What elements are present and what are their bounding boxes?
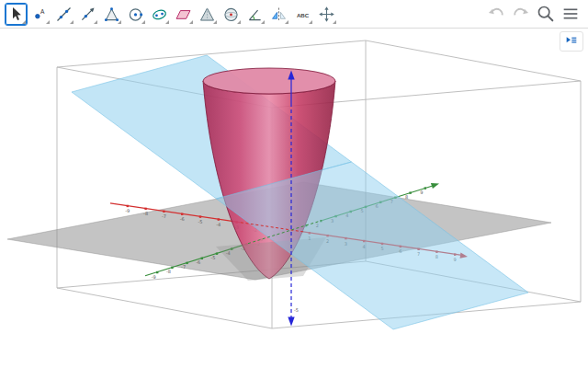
menu-icon <box>560 4 581 24</box>
tool-group-arrow-icon <box>285 20 288 24</box>
axis-tick <box>163 211 164 213</box>
tool-group-arrow-icon <box>333 20 336 24</box>
undo-button[interactable] <box>485 3 507 25</box>
tool-move-view[interactable] <box>315 3 338 26</box>
tool-group-arrow-icon <box>309 20 312 24</box>
redo-icon <box>511 4 531 24</box>
undo-icon <box>486 4 506 24</box>
tool-reflect[interactable] <box>267 3 290 26</box>
axis-tick <box>199 215 201 217</box>
axis-tick-label: -7 <box>162 213 166 219</box>
tool-group-arrow-icon <box>70 20 74 24</box>
paraboloid-rim[interactable] <box>203 68 335 94</box>
geogebra-3d-app: -9-8-7-6-5-4-3-2-1123456789 -9-8-7-6-5-4… <box>0 0 588 368</box>
tool-angle[interactable] <box>243 3 266 26</box>
magnifier-icon <box>536 4 556 24</box>
axis-tick <box>127 205 129 207</box>
axis-tick <box>218 218 220 220</box>
y-axis-arrow <box>431 183 439 189</box>
toolbar: A <box>0 0 588 29</box>
axis-tick-label: 9 <box>420 190 423 195</box>
axis-tick <box>156 271 158 273</box>
axis-tick-label: -5 <box>198 219 203 224</box>
axis-tick <box>409 191 411 193</box>
tool-group-arrow-icon <box>141 20 145 24</box>
axis-tick <box>186 262 187 264</box>
tool-line[interactable] <box>52 3 75 26</box>
point-icon-letter: A <box>40 8 45 15</box>
tool-conic[interactable] <box>148 3 171 26</box>
tool-circle[interactable] <box>124 3 147 26</box>
tool-group-arrow-icon <box>237 20 241 24</box>
tool-group-arrow-icon <box>261 20 265 24</box>
tool-point[interactable]: A <box>28 3 51 26</box>
text-icon-label: ABC <box>297 11 310 17</box>
axis-tick-label: -6 <box>196 259 200 265</box>
tool-pyramid[interactable] <box>196 3 219 26</box>
z-axis-tick-label: -5 <box>294 307 299 313</box>
axis-tick <box>171 267 173 269</box>
z-axis-arrow-down <box>288 317 294 327</box>
tool-group-arrow-icon <box>118 20 121 24</box>
tool-group-arrow-icon <box>22 20 26 24</box>
tool-text[interactable]: ABC <box>291 3 314 26</box>
axis-tick <box>181 213 183 215</box>
zoom-button[interactable] <box>535 3 557 25</box>
3d-graphics-view[interactable]: -9-8-7-6-5-4-3-2-1123456789 -9-8-7-6-5-4… <box>0 0 588 368</box>
axis-tick-label: -6 <box>180 216 185 222</box>
axis-tick-label: -5 <box>211 255 216 260</box>
tool-sphere[interactable] <box>220 3 243 26</box>
axis-tick-label: -4 <box>216 222 220 227</box>
axis-tick-label: 8 <box>405 194 408 200</box>
axis-tick-label: -8 <box>143 211 148 216</box>
tool-polygon[interactable] <box>100 3 123 26</box>
axis-tick-label: -8 <box>166 269 171 274</box>
redo-button[interactable] <box>510 3 532 25</box>
style-bar-icon <box>563 34 580 49</box>
axis-tick <box>216 253 218 255</box>
tool-special-line[interactable] <box>76 3 99 26</box>
axis-tick-label: -9 <box>152 274 156 280</box>
axis-tick <box>144 208 146 210</box>
axis-tick-label: -7 <box>181 264 186 270</box>
tool-move[interactable] <box>5 3 28 26</box>
axis-tick-label: -9 <box>125 208 130 213</box>
stylebar-toggle-button[interactable] <box>560 31 583 52</box>
tool-group-arrow-icon <box>213 20 217 24</box>
tool-group-arrow-icon <box>46 20 50 24</box>
axis-tick <box>201 258 203 259</box>
tool-plane[interactable] <box>172 3 195 26</box>
menu-button[interactable] <box>560 3 582 25</box>
toolbar-actions <box>485 3 583 25</box>
axis-tick <box>424 187 426 189</box>
tool-group-arrow-icon <box>165 20 169 24</box>
tool-group-arrow-icon <box>94 20 97 24</box>
tool-group-arrow-icon <box>189 20 193 24</box>
